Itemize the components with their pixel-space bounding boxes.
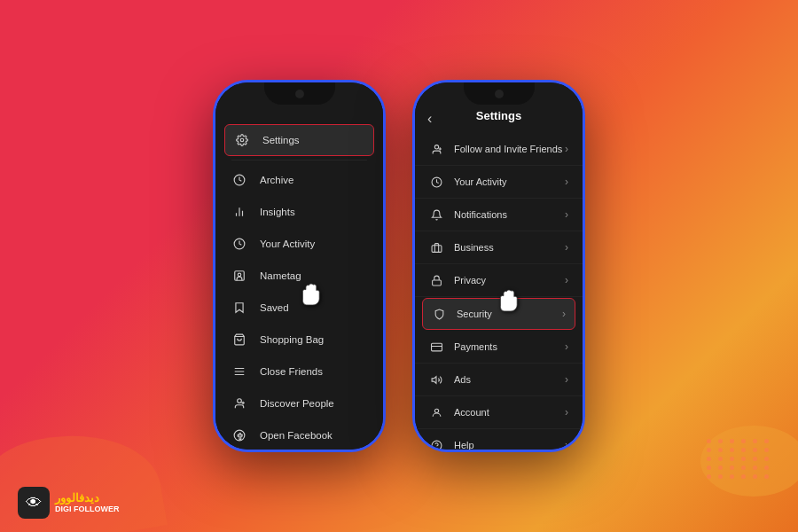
chevron-help: ›	[565, 439, 568, 450]
phone-screen-left: Settings Archive Insights	[215, 82, 383, 450]
settings-item-security[interactable]: Security ›	[422, 298, 575, 330]
settings-item-account-left: Account	[429, 405, 489, 419]
menu-item-saved-label: Saved	[260, 302, 289, 313]
nametag-icon	[231, 268, 247, 284]
settings-item-help-left: Help	[429, 438, 474, 450]
notifications-settings-icon	[429, 207, 443, 222]
phone-screen-right: ‹ Settings Follow and Invite Friends ›	[415, 82, 583, 450]
logo: 👁 دیدفالوور DIGI FOLLOWER	[18, 487, 120, 519]
security-settings-icon	[432, 307, 446, 321]
menu-item-open-facebook-label: Open Facebook	[260, 430, 332, 441]
follow-invite-icon	[429, 142, 443, 156]
settings-item-follow-invite-left: Follow and Invite Friends	[429, 142, 562, 156]
phone-left: Settings Archive Insights	[213, 80, 386, 452]
settings-title: Settings	[476, 109, 521, 122]
open-facebook-icon	[231, 427, 247, 443]
your-activity-settings-icon	[429, 175, 443, 189]
logo-icon: 👁	[18, 487, 50, 519]
chevron-business: ›	[565, 241, 568, 254]
svg-marker-8	[236, 303, 243, 313]
menu-item-shopping-bag-label: Shopping Bag	[260, 334, 324, 345]
settings-item-notifications[interactable]: Notifications ›	[415, 199, 583, 231]
menu-item-nametag-label: Nametag	[260, 270, 301, 281]
svg-point-26	[434, 409, 438, 412]
chevron-payments: ›	[565, 340, 568, 353]
settings-list: Follow and Invite Friends › Your Activit…	[415, 129, 583, 450]
chevron-follow-invite: ›	[565, 143, 568, 155]
settings-item-help-label: Help	[454, 440, 474, 450]
chevron-account: ›	[565, 406, 568, 419]
menu-list: Settings Archive Insights	[215, 91, 383, 450]
insights-icon	[231, 204, 247, 220]
menu-item-your-activity-label: Your Activity	[260, 239, 315, 249]
saved-icon	[231, 300, 247, 316]
svg-point-7	[238, 273, 241, 277]
privacy-settings-icon	[429, 273, 443, 287]
settings-item-privacy[interactable]: Privacy ›	[415, 264, 583, 297]
settings-icon	[234, 132, 250, 148]
settings-item-follow-invite-label: Follow and Invite Friends	[454, 144, 562, 154]
settings-item-payments-left: Payments	[429, 340, 497, 354]
settings-item-ads-label: Ads	[454, 374, 471, 385]
back-arrow[interactable]: ‹	[427, 111, 432, 127]
menu-item-open-facebook[interactable]: Open Facebook	[215, 419, 383, 450]
settings-item-your-activity[interactable]: Your Activity ›	[415, 166, 583, 199]
bg-dots-decoration	[707, 439, 771, 479]
svg-point-0	[240, 138, 244, 142]
settings-item-security-left: Security	[432, 307, 492, 321]
svg-point-17	[434, 145, 438, 148]
phone-right: ‹ Settings Follow and Invite Friends ›	[412, 80, 585, 452]
svg-rect-21	[432, 245, 442, 252]
menu-item-insights[interactable]: Insights	[215, 196, 383, 228]
phones-container: Settings Archive Insights	[213, 80, 585, 452]
settings-item-business[interactable]: Business ›	[415, 231, 583, 264]
logo-text: دیدفالوور DIGI FOLLOWER	[55, 491, 120, 514]
chevron-security: ›	[562, 308, 566, 320]
settings-item-notifications-left: Notifications	[429, 207, 507, 222]
menu-item-saved[interactable]: Saved	[215, 292, 383, 324]
menu-item-close-friends-label: Close Friends	[260, 366, 323, 377]
svg-point-13	[238, 399, 242, 403]
chevron-your-activity: ›	[565, 176, 568, 188]
menu-item-shopping-bag[interactable]: Shopping Bag	[215, 324, 383, 356]
menu-separator-1	[231, 160, 367, 160]
settings-item-business-label: Business	[454, 242, 494, 253]
menu-item-nametag[interactable]: Nametag	[215, 260, 383, 292]
menu-item-archive-label: Archive	[260, 175, 293, 185]
settings-item-your-activity-label: Your Activity	[454, 176, 507, 187]
svg-rect-23	[431, 343, 442, 351]
chevron-privacy: ›	[565, 274, 568, 286]
help-settings-icon	[429, 438, 443, 450]
settings-item-privacy-label: Privacy	[454, 275, 486, 286]
settings-item-account[interactable]: Account ›	[415, 396, 583, 429]
chevron-notifications: ›	[565, 208, 568, 221]
settings-item-notifications-label: Notifications	[454, 209, 507, 220]
your-activity-icon	[231, 236, 247, 252]
menu-item-insights-label: Insights	[260, 207, 295, 217]
settings-item-security-label: Security	[457, 309, 492, 319]
business-settings-icon	[429, 240, 443, 254]
menu-item-settings-label: Settings	[262, 135, 300, 145]
settings-item-ads-left: Ads	[429, 372, 471, 387]
settings-item-follow-invite[interactable]: Follow and Invite Friends ›	[415, 133, 583, 166]
settings-item-privacy-left: Privacy	[429, 273, 486, 287]
close-friends-icon	[231, 364, 247, 379]
settings-item-ads[interactable]: Ads ›	[415, 364, 583, 396]
settings-item-payments-label: Payments	[454, 341, 497, 352]
settings-item-help[interactable]: Help ›	[415, 429, 583, 450]
chevron-ads: ›	[565, 373, 568, 386]
settings-item-payments[interactable]: Payments ›	[415, 331, 583, 364]
svg-marker-25	[432, 376, 436, 383]
menu-item-discover-people[interactable]: Discover People	[215, 387, 383, 419]
settings-item-your-activity-left: Your Activity	[429, 175, 507, 189]
svg-rect-22	[432, 279, 441, 285]
menu-item-archive[interactable]: Archive	[215, 164, 383, 196]
shopping-bag-icon	[231, 332, 247, 348]
menu-item-your-activity[interactable]: Your Activity	[215, 228, 383, 260]
phone-notch-left	[264, 82, 335, 105]
menu-item-settings[interactable]: Settings	[224, 124, 374, 156]
account-settings-icon	[429, 405, 443, 419]
menu-item-close-friends[interactable]: Close Friends	[215, 356, 383, 387]
settings-item-account-label: Account	[454, 407, 489, 418]
ads-settings-icon	[429, 372, 443, 387]
